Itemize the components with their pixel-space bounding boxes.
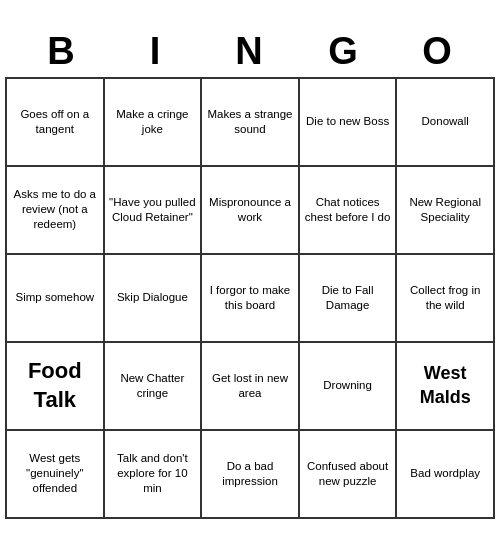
bingo-cell: Talk and don't explore for 10 min [105,431,203,519]
bingo-cell: Asks me to do a review (not a redeem) [7,167,105,255]
bingo-cell: Makes a strange sound [202,79,300,167]
bingo-cell: West Malds [397,343,495,431]
bingo-card: BINGO Goes off on a tangentMake a cringe… [5,26,495,519]
bingo-cell: New Regional Speciality [397,167,495,255]
bingo-cell: "Have you pulled Cloud Retainer" [105,167,203,255]
bingo-cell: Goes off on a tangent [7,79,105,167]
bingo-cell: Chat notices chest before I do [300,167,398,255]
bingo-cell: West gets "genuinely" offended [7,431,105,519]
bingo-cell: Collect frog in the wild [397,255,495,343]
bingo-cell: Get lost in new area [202,343,300,431]
bingo-cell: I forgor to make this board [202,255,300,343]
bingo-title: BINGO [5,26,495,77]
title-letter: O [394,30,482,73]
bingo-cell: Skip Dialogue [105,255,203,343]
title-letter: B [18,30,106,73]
bingo-cell: Do a bad impression [202,431,300,519]
title-letter: G [300,30,388,73]
bingo-cell: Make a cringe joke [105,79,203,167]
bingo-cell: Die to Fall Damage [300,255,398,343]
bingo-cell: Drowning [300,343,398,431]
bingo-cell: Food Talk [7,343,105,431]
bingo-cell: Mispronounce a work [202,167,300,255]
title-letter: N [206,30,294,73]
bingo-cell: Bad wordplay [397,431,495,519]
bingo-cell: Simp somehow [7,255,105,343]
bingo-cell: Confused about new puzzle [300,431,398,519]
bingo-grid: Goes off on a tangentMake a cringe jokeM… [5,77,495,519]
bingo-cell: New Chatter cringe [105,343,203,431]
bingo-cell: Die to new Boss [300,79,398,167]
title-letter: I [112,30,200,73]
bingo-cell: Donowall [397,79,495,167]
